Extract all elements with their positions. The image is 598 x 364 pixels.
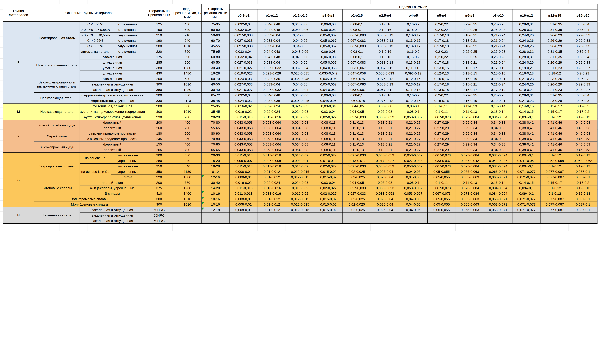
feed-fn-cell-3[interactable]: 0,04-0,05 [286,33,314,38]
feed-fn-cell-5[interactable]: 0,02-0,025 [342,174,371,180]
feed-fn-cell-6[interactable]: 0,025-0,04 [371,196,399,202]
hardness-hb-cell[interactable]: 230 [145,114,173,120]
feed-fn-cell-13[interactable]: 0,2-0,23 [569,71,597,76]
feed-fn-cell-11[interactable]: 0,094-0,1 [512,114,540,120]
feed-fn-cell-11[interactable]: 0,094-0,1 [512,191,540,196]
feed-fn-cell-8[interactable]: 0,15-0,16 [427,98,456,103]
feed-diameter-header[interactable]: ø2,5-ø4 [371,9,399,21]
material-state-cell[interactable]: улучшенная [80,71,145,76]
feed-fn-cell-2[interactable]: 0,033-0,04 [257,43,286,49]
feed-fn-cell-11[interactable]: 0,24-0,26 [512,38,540,43]
feed-fn-cell-8[interactable]: 0,13-0,15 [427,87,456,92]
material-state-cell[interactable]: отожженная [111,49,145,54]
feed-diameter-header[interactable]: ø0,8-ø1 [229,9,258,21]
strength-rm-cell[interactable]: 430 [173,22,201,27]
strength-rm-cell[interactable]: 1080 [173,174,201,180]
speed-vc-cell[interactable]: 60-70 [201,76,229,82]
feed-fn-cell-1[interactable]: 0,008-0,01 [229,196,258,202]
feed-fn-cell-3[interactable]: 0,016-0,02 [286,185,314,191]
feed-fn-cell-1[interactable]: 0,016-0,02 [229,180,258,185]
feed-fn-cell-9[interactable]: 0,073-0,084 [456,185,484,191]
feed-fn-cell-8[interactable]: 0,13-0,15 [427,65,456,71]
feed-fn-cell-6[interactable]: 0,13-0,21 [371,131,399,136]
feed-fn-cell-8[interactable]: 0,17-0,18 [427,82,456,87]
feed-fn-cell-12[interactable] [540,213,569,218]
feed-fn-cell-3[interactable]: 0,04-0,05 [286,38,314,43]
feed-fn-cell-11[interactable]: 0,19-0,21 [512,87,540,92]
header-tensile-strength[interactable]: Предел прочности Rm, Н/мм2 [173,4,201,22]
feed-fn-cell-8[interactable]: 0,27-0,29 [427,147,456,153]
feed-fn-cell-9[interactable]: 0,073-0,084 [456,153,484,158]
feed-fn-cell-9[interactable]: 0,29-0,34 [456,147,484,153]
strength-rm-cell[interactable]: 1280 [173,87,201,92]
strength-rm-cell[interactable]: 400 [173,141,201,147]
feed-fn-cell-10[interactable]: 0,34-0,38 [484,147,512,153]
feed-fn-cell-6[interactable]: 0,1-0,16 [371,22,399,27]
feed-fn-cell-3[interactable]: 0,04-0,05 [286,43,314,49]
hardness-hb-cell[interactable]: 300 [145,82,173,87]
group-letter-cell[interactable]: H [3,207,34,223]
feed-fn-cell-6[interactable]: 0,083-0,13 [371,33,399,38]
feed-diameter-header[interactable]: ø12-ø15 [540,9,569,21]
feed-fn-cell-11[interactable]: 0,094-0,1 [512,185,540,191]
material-state-cell[interactable]: отожженная [80,76,145,82]
feed-fn-cell-1[interactable]: 0,043-0,053 [229,131,258,136]
feed-fn-cell-13[interactable]: 0,087-0,1 [569,202,597,207]
feed-fn-cell-8[interactable]: 0,17-0,18 [427,38,456,43]
feed-fn-cell-10[interactable]: 0,042-0,047 [484,158,512,164]
hardness-hb-cell[interactable]: 250 [145,164,173,169]
feed-fn-cell-13[interactable]: 0,29-0,33 [569,82,597,87]
feed-fn-cell-1[interactable]: 0,032-0,04 [229,92,258,98]
material-state-cell[interactable]: улучшенная [80,60,145,65]
feed-fn-cell-13[interactable]: 0,17-0,2 [569,180,597,185]
strength-rm-cell[interactable]: 1260 [173,185,201,191]
speed-vc-cell[interactable]: 55-65 [201,147,229,153]
feed-fn-cell-7[interactable]: 0,08-0,1 [399,109,427,114]
hardness-hb-cell[interactable]: 200 [145,120,173,125]
feed-fn-cell-10[interactable]: 0,17-0,19 [484,87,512,92]
strength-rm-cell[interactable] [173,218,201,223]
material-state-cell[interactable]: улучшенная [80,65,145,71]
feed-fn-cell-5[interactable]: 0,08-0,1 [342,27,371,33]
feed-fn-cell-12[interactable]: 0,1-0,12 [540,191,569,196]
feed-fn-cell-8[interactable]: 0,1-0,11 [427,180,456,185]
feed-fn-cell-7[interactable]: 0,21-0,27 [399,136,427,142]
feed-fn-cell-2[interactable]: 0,02-0,024 [257,109,286,114]
feed-fn-cell-9[interactable] [456,218,484,223]
feed-fn-cell-6[interactable]: 0,025-0,04 [371,174,399,180]
material-subgroup-cell[interactable]: > 0,25% ... ≤0,55% [80,27,111,33]
feed-fn-cell-12[interactable]: 0,23-0,26 [540,98,569,103]
feed-fn-cell-7[interactable]: 0,13-0,17 [399,38,427,43]
speed-vc-cell[interactable] [201,213,229,218]
feed-fn-cell-5[interactable]: 0,06-0,075 [342,76,371,82]
feed-fn-cell-10[interactable]: 0,21-0,24 [484,82,512,87]
material-state-cell[interactable]: упрочненные [111,169,145,174]
feed-fn-cell-4[interactable]: 0,08-0,11 [314,147,343,153]
feed-fn-cell-5[interactable] [342,213,371,218]
feed-fn-cell-13[interactable]: 0,46-0,53 [569,131,597,136]
feed-fn-cell-13[interactable]: 0,087-0,1 [569,196,597,202]
strength-rm-cell[interactable]: 640 [173,38,201,43]
speed-vc-cell[interactable]: 60-80 [201,27,229,33]
strength-rm-cell[interactable]: 1280 [173,65,201,71]
feed-fn-cell-13[interactable]: 0,29-0,33 [569,43,597,49]
feed-fn-cell-10[interactable]: 0,19-0,21 [484,98,512,103]
feed-fn-cell-12[interactable]: 0,41-0,46 [540,131,569,136]
strength-rm-cell[interactable]: 680 [173,180,201,185]
feed-diameter-header[interactable]: ø1-ø1,2 [257,9,286,21]
feed-fn-cell-1[interactable]: 0,043-0,053 [229,147,258,153]
feed-fn-cell-12[interactable]: 0,31-0,35 [540,27,569,33]
feed-fn-cell-4[interactable]: 0,015-0,02 [314,174,343,180]
feed-fn-cell-3[interactable]: 0,064-0,08 [286,141,314,147]
feed-fn-cell-10[interactable]: 0,063-0,071 [484,169,512,174]
strength-rm-cell[interactable]: 590 [173,54,201,60]
feed-fn-cell-2[interactable]: 0,04-0,048 [257,27,286,33]
feed-fn-cell-10[interactable]: 0,15-0,16 [484,71,512,76]
feed-fn-cell-12[interactable]: 0,26-0,29 [540,60,569,65]
feed-fn-cell-11[interactable]: 0,38-0,41 [512,136,540,142]
feed-fn-cell-9[interactable]: 0,15-0,17 [456,87,484,92]
material-state-cell[interactable]: чистый титан [80,180,145,185]
feed-fn-cell-1[interactable] [229,218,258,223]
feed-fn-cell-3[interactable] [286,213,314,218]
feed-fn-cell-5[interactable]: 0,053-0,067 [342,65,371,71]
